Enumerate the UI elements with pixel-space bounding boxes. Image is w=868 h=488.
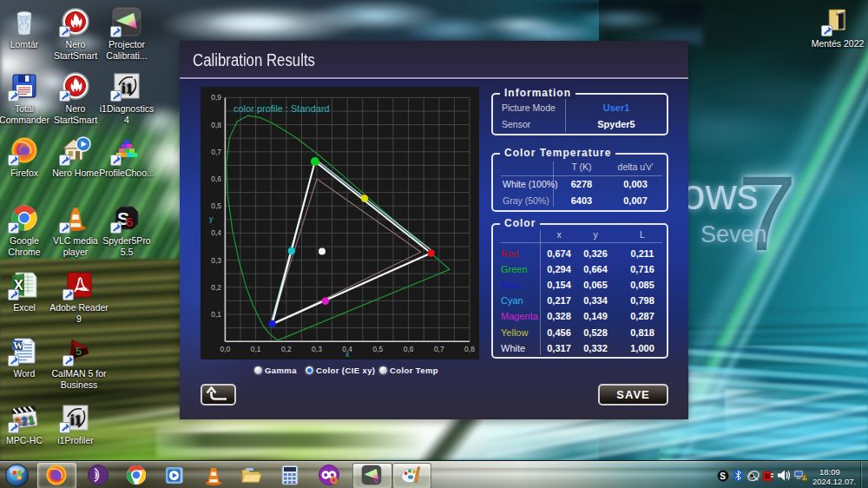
svg-text:0,4: 0,4 — [211, 228, 221, 237]
svg-text:x: x — [345, 350, 350, 359]
svg-text:0,7: 0,7 — [211, 148, 221, 156]
svg-text:0,8: 0,8 — [211, 121, 221, 129]
svg-text:!: ! — [804, 476, 806, 481]
svg-text:5: 5 — [76, 345, 82, 358]
svg-text:y: y — [209, 214, 214, 223]
svg-text:0,0: 0,0 — [220, 345, 230, 353]
svg-text:i1: i1 — [122, 80, 133, 96]
svg-text:S: S — [720, 472, 726, 481]
svg-text:0,1: 0,1 — [251, 345, 261, 353]
svg-text:0,5: 0,5 — [372, 345, 383, 353]
svg-text:0,6: 0,6 — [211, 175, 221, 183]
svg-text:0,6: 0,6 — [404, 345, 414, 353]
svg-text:0,5: 0,5 — [211, 201, 221, 210]
svg-text:W: W — [13, 340, 23, 352]
svg-text:0,3: 0,3 — [312, 345, 322, 353]
svg-text:0,2: 0,2 — [281, 345, 292, 353]
svg-text:0,3: 0,3 — [211, 256, 221, 265]
svg-text:0,1: 0,1 — [211, 310, 221, 319]
svg-text:i1: i1 — [70, 412, 82, 428]
svg-text:5: 5 — [126, 214, 133, 229]
svg-text:color profile : Standard: color profile : Standard — [233, 103, 330, 114]
svg-text:0,2: 0,2 — [211, 283, 221, 292]
svg-text:0,8: 0,8 — [464, 345, 475, 353]
svg-text:0,7: 0,7 — [434, 345, 444, 353]
svg-text:0,9: 0,9 — [211, 93, 221, 102]
